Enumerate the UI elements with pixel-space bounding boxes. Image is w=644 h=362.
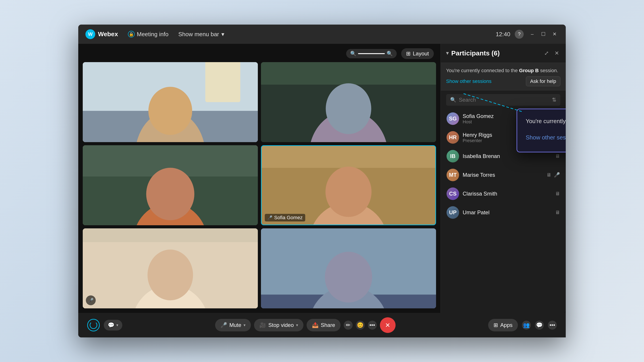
layout-button[interactable]: ⊞ Layout (401, 48, 434, 59)
show-menu-bar-button[interactable]: Show menu bar ▾ (178, 31, 224, 38)
apps-button[interactable]: ⊞ Apps (488, 319, 518, 331)
layout-icon: ⊞ (406, 50, 410, 57)
video-icon: 🎥 (260, 322, 266, 328)
close-button[interactable]: ✕ (550, 30, 558, 38)
svg-point-26 (325, 252, 372, 303)
video-cell: 🎤 (83, 228, 258, 308)
participant-info: Isabella Brenan (463, 153, 555, 159)
video-icon: 🖥 (555, 153, 560, 159)
panel-more-icon[interactable]: ••• (548, 321, 557, 330)
participants-title: Participants (6) (451, 49, 500, 57)
time-display: 12:40 (496, 31, 510, 38)
apps-icon: ⊞ (494, 322, 498, 328)
video-background (261, 62, 436, 142)
participant-info: Umar Patel (463, 209, 555, 216)
session-actions: Show other sessions Ask for help (446, 76, 560, 86)
stop-video-label: Stop video (268, 322, 294, 328)
zoom-control[interactable]: 🔍 🔍 (346, 49, 397, 58)
zoom-minus-icon[interactable]: 🔍 (350, 51, 356, 56)
close-panel-icon[interactable]: ✕ (553, 49, 560, 58)
title-bar: W Webex 🔒 Meeting info Show menu bar ▾ 1… (78, 24, 566, 44)
video-background (262, 146, 435, 225)
video-cell-active: 🎤 Sofia Gomez (261, 145, 436, 225)
video-background (261, 228, 436, 308)
show-menu-bar-label: Show menu bar (178, 31, 219, 38)
tooltip-popup: You're currently connected to the Group … (516, 109, 566, 152)
webex-status-icon (87, 319, 100, 331)
help-button[interactable]: ? (515, 30, 524, 39)
minimize-button[interactable]: – (528, 30, 536, 38)
video-cell (83, 145, 258, 225)
app-window: W Webex 🔒 Meeting info Show menu bar ▾ 1… (78, 24, 566, 338)
meeting-info-label: Meeting info (137, 31, 168, 38)
svg-point-21 (148, 250, 193, 300)
video-cell (261, 228, 436, 308)
video-cell (261, 62, 436, 142)
video-icon: 🖥 (546, 172, 551, 178)
video-background (83, 228, 258, 308)
chevron-down-icon: ▾ (222, 31, 224, 38)
search-bar: 🔍 ⇅ (446, 94, 560, 106)
zoom-slider[interactable] (358, 53, 385, 54)
more-options-button[interactable]: ••• (368, 321, 377, 330)
meeting-info-button[interactable]: 🔒 Meeting info (124, 29, 172, 39)
participants-panel: ▾ Participants (6) ⤢ ✕ You're currently … (440, 44, 566, 313)
participant-name: Marise Torres (463, 172, 546, 178)
muted-indicator: 🎤 (86, 295, 96, 305)
participant-avatar: CS (446, 187, 459, 200)
participant-controls: 🖥 (555, 210, 560, 215)
chat-icon[interactable]: 💬 (535, 321, 544, 330)
mute-label: Mute (230, 322, 241, 328)
end-call-button[interactable]: ✕ (380, 317, 396, 333)
participant-item[interactable]: MT Marise Torres 🖥 🎤 (444, 166, 562, 184)
annotate-button[interactable]: ✏ (344, 321, 353, 330)
participant-name: Umar Patel (463, 209, 555, 216)
video-background (83, 145, 258, 225)
stop-video-button[interactable]: 🎥 Stop video ▾ (254, 319, 303, 331)
participant-item[interactable]: UP Umar Patel 🖥 (444, 203, 562, 222)
tooltip-show-sessions-link[interactable]: Show other sessions (526, 134, 566, 141)
tooltip-text: You're currently connected to the Group … (526, 117, 566, 126)
share-button[interactable]: 📤 Share (306, 319, 340, 331)
captions-button[interactable]: 💬 ▾ (104, 320, 122, 331)
panel-header: ▾ Participants (6) ⤢ ✕ (441, 44, 566, 63)
webex-logo-icon: W (86, 29, 95, 39)
participant-controls: 🖥 🎤 (546, 172, 560, 178)
participant-info: Marise Torres (463, 172, 546, 178)
reactions-button[interactable]: 😊 (356, 321, 365, 330)
participant-name: Isabella Brenan (463, 153, 555, 159)
search-input[interactable] (459, 97, 549, 103)
svg-point-5 (148, 87, 192, 135)
svg-rect-2 (205, 62, 240, 102)
share-icon: 📤 (312, 322, 319, 328)
toolbar-center: 🎤 Mute ▾ 🎥 Stop video ▾ 📤 Share ✏ 😊 ••• … (215, 317, 396, 333)
panel-title: ▾ Participants (6) (446, 49, 500, 57)
participant-info: Clarissa Smith (463, 191, 555, 197)
zoom-plus-icon[interactable]: 🔍 (386, 51, 393, 56)
webex-logo-text: Webex (98, 31, 118, 38)
bottom-toolbar: 💬 ▾ 🎤 Mute ▾ 🎥 Stop video ▾ 📤 Share ✏ 😊 … (78, 313, 566, 338)
chevron-down-icon[interactable]: ▾ (446, 50, 448, 56)
mic-icon: 🎤 (220, 322, 227, 328)
show-other-sessions-link[interactable]: Show other sessions (446, 78, 492, 84)
captions-icon: 💬 (108, 322, 114, 328)
maximize-button[interactable]: ☐ (539, 30, 548, 38)
speaker-name-text: Sofia Gomez (274, 215, 302, 221)
participant-item[interactable]: CS Clarissa Smith 🖥 (444, 184, 562, 203)
participant-avatar: UP (446, 206, 459, 219)
participant-avatar: IB (446, 150, 459, 162)
speaker-name-label: 🎤 Sofia Gomez (265, 214, 305, 221)
webex-logo: W Webex (86, 29, 118, 39)
participants-icon[interactable]: 👥 (522, 321, 531, 330)
svg-point-9 (326, 83, 372, 134)
video-icon: 🖥 (555, 210, 560, 215)
sort-icon[interactable]: ⇅ (552, 97, 556, 103)
apps-label: Apps (500, 322, 512, 328)
expand-icon[interactable]: ⤢ (543, 49, 550, 58)
share-label: Share (321, 322, 335, 328)
speaker-icon: 🎤 (268, 215, 272, 220)
svg-point-17 (326, 166, 372, 217)
participant-avatar: MT (446, 169, 459, 181)
ask-for-help-button[interactable]: Ask for help (526, 76, 560, 86)
mute-button[interactable]: 🎤 Mute ▾ (215, 319, 251, 331)
